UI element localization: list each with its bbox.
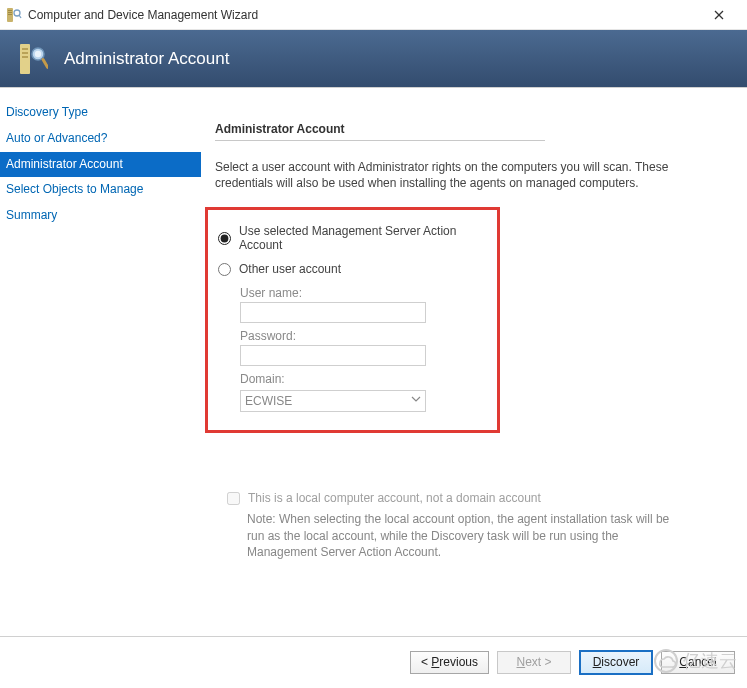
local-account-checkbox[interactable] <box>227 492 240 505</box>
intro-text: Select a user account with Administrator… <box>215 159 729 191</box>
credentials-block: User name: Password: Domain: <box>218 286 485 412</box>
domain-select[interactable] <box>240 390 426 412</box>
close-icon <box>714 10 724 20</box>
password-field[interactable] <box>240 345 426 366</box>
account-options-box: Use selected Management Server Action Ac… <box>205 207 500 433</box>
wizard-body: Discovery Type Auto or Advanced? Adminis… <box>0 88 747 637</box>
svg-point-13 <box>35 50 41 56</box>
discover-button[interactable]: Discover <box>579 650 653 675</box>
titlebar: Computer and Device Management Wizard <box>0 0 747 30</box>
radio-use-selected-account-label: Use selected Management Server Action Ac… <box>239 224 485 252</box>
username-label: User name: <box>240 286 485 300</box>
wizard-footer: < PPreviousrevious Next > Discover Cance… <box>0 637 747 687</box>
svg-line-5 <box>19 15 21 18</box>
section-divider <box>215 140 545 141</box>
nav-item-discovery-type[interactable]: Discovery Type <box>0 100 201 126</box>
username-field[interactable] <box>240 302 426 323</box>
radio-use-selected-account-input[interactable] <box>218 232 231 245</box>
window-title: Computer and Device Management Wizard <box>28 8 699 22</box>
domain-label: Domain: <box>240 372 485 386</box>
nav-item-administrator-account[interactable]: Administrator Account <box>0 152 201 178</box>
radio-other-user-account[interactable]: Other user account <box>218 262 485 276</box>
svg-rect-3 <box>8 14 12 15</box>
svg-rect-10 <box>22 52 28 54</box>
wizard-header: Administrator Account <box>0 30 747 88</box>
local-account-checkbox-row: This is a local computer account, not a … <box>215 491 729 505</box>
content-area: Administrator Account Select a user acco… <box>201 88 747 636</box>
note-text: Note: When selecting the local account o… <box>247 511 689 560</box>
svg-rect-9 <box>22 48 28 50</box>
radio-other-user-account-input[interactable] <box>218 263 231 276</box>
previous-button[interactable]: < PPreviousrevious <box>410 651 489 674</box>
close-button[interactable] <box>699 0 739 30</box>
nav-item-summary[interactable]: Summary <box>0 203 201 229</box>
app-icon <box>6 7 22 23</box>
radio-use-selected-account[interactable]: Use selected Management Server Action Ac… <box>218 224 485 252</box>
section-title: Administrator Account <box>215 122 729 136</box>
nav-item-select-objects[interactable]: Select Objects to Manage <box>0 177 201 203</box>
header-title: Administrator Account <box>64 49 229 69</box>
local-account-label: This is a local computer account, not a … <box>248 491 541 505</box>
header-icon <box>18 42 48 76</box>
password-label: Password: <box>240 329 485 343</box>
nav-sidebar: Discovery Type Auto or Advanced? Adminis… <box>0 88 201 636</box>
svg-rect-2 <box>8 12 12 13</box>
radio-other-user-account-label: Other user account <box>239 262 341 276</box>
cancel-button[interactable]: Cancel <box>661 651 735 674</box>
next-button[interactable]: Next > <box>497 651 571 674</box>
svg-rect-14 <box>41 57 48 69</box>
nav-item-auto-or-advanced[interactable]: Auto or Advanced? <box>0 126 201 152</box>
svg-rect-11 <box>22 56 28 58</box>
svg-rect-1 <box>8 10 12 11</box>
